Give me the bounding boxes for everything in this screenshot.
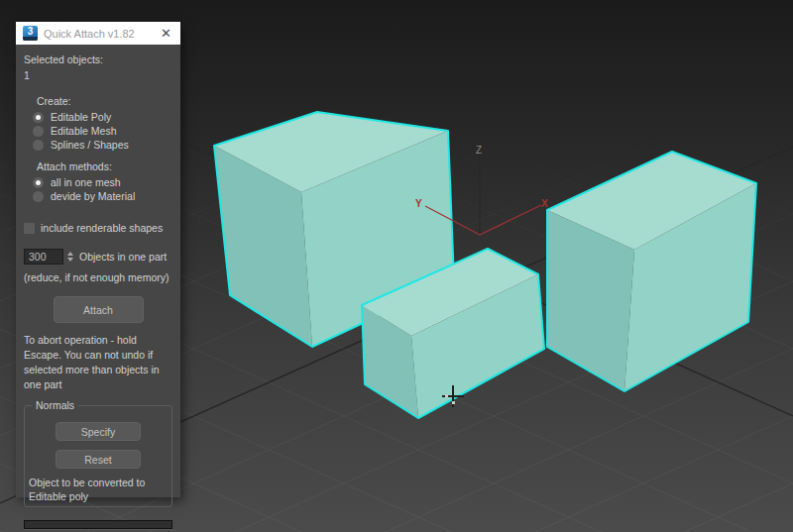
attach-methods-label: Attach methods:	[37, 160, 172, 173]
radio-indicator[interactable]	[33, 140, 44, 151]
radio-indicator[interactable]	[33, 126, 44, 137]
spinner-down-icon[interactable]	[67, 258, 73, 262]
spinner-up-icon[interactable]	[67, 252, 73, 256]
radio-indicator[interactable]	[33, 177, 44, 188]
memory-note: (reduce, if not enough memory)	[24, 270, 172, 284]
radio-indicator[interactable]	[33, 191, 44, 202]
reset-button[interactable]: Reset	[56, 450, 141, 469]
radio-indicator[interactable]	[33, 112, 44, 123]
checkbox-indicator[interactable]	[24, 223, 35, 234]
objects-count-input[interactable]	[24, 249, 63, 265]
dialog-title: Quick Attach v1.82	[44, 28, 159, 40]
normals-group-label: Normals	[32, 399, 78, 412]
radio-all-in-one-mesh[interactable]: all in one mesh	[33, 175, 172, 189]
dialog-body: Selected objects: 1 Create: Editable Pol…	[16, 45, 180, 529]
3dsmax-app-icon: 3	[23, 26, 38, 41]
close-button[interactable]: ✕	[159, 27, 173, 40]
dialog-titlebar[interactable]: 3 Quick Attach v1.82 ✕	[16, 22, 180, 45]
create-group-label: Create:	[37, 94, 172, 108]
progress-bar	[24, 520, 172, 529]
quick-attach-dialog: 3 Quick Attach v1.82 ✕ Selected objects:…	[16, 22, 180, 497]
spinner-arrows[interactable]	[65, 249, 74, 265]
specify-button[interactable]: Specify	[56, 422, 141, 441]
objects-per-part-row: Objects in one part	[24, 249, 172, 265]
radio-devide-by-material[interactable]: devide by Material	[33, 189, 172, 203]
include-renderable-shapes-checkbox[interactable]: include renderable shapes	[24, 221, 172, 235]
viewport-3d[interactable]: X Y Z 3 Quick Attach v1.82 ✕ Selected ob…	[0, 0, 793, 532]
selected-objects-label: Selected objects:	[24, 53, 172, 66]
selected-objects-count: 1	[24, 68, 172, 82]
objects-count-label: Objects in one part	[79, 251, 167, 263]
radio-editable-mesh[interactable]: Editable Mesh	[33, 124, 172, 138]
normals-group: Normals Specify Reset Object to be conve…	[24, 405, 172, 507]
axis-y-label: Y	[415, 198, 422, 209]
radio-splines-shapes[interactable]: Splines / Shapes	[33, 138, 172, 152]
close-icon: ✕	[161, 26, 171, 41]
axis-x-label: X	[541, 198, 548, 209]
abort-warning-text: To abort operation - hold Escape. You ca…	[24, 333, 174, 392]
radio-editable-poly[interactable]: Editable Poly	[33, 110, 172, 124]
attach-button[interactable]: Attach	[54, 296, 144, 323]
convert-note: Object to be converted to Editable poly	[29, 476, 168, 503]
axis-z-label: Z	[476, 145, 482, 156]
